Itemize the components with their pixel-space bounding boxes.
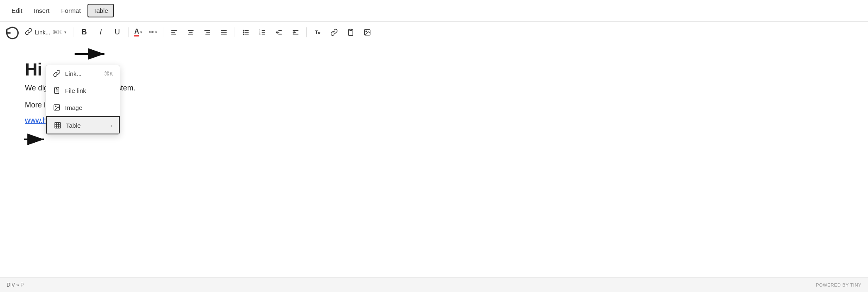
body-text: We digital whistleblowing system.	[25, 84, 843, 92]
highlight-icon: ✏	[149, 28, 154, 36]
menu-format[interactable]: Format	[56, 5, 86, 17]
svg-rect-43	[55, 122, 61, 128]
dropdown-item-link[interactable]: Link... ⌘K	[46, 65, 120, 82]
brand-label: POWERED BY TINY	[816, 282, 861, 287]
clipboard-button[interactable]	[343, 25, 358, 40]
align-right-button[interactable]	[200, 25, 215, 40]
dropdown-item-file-link[interactable]: File link	[46, 82, 120, 99]
dropdown-link-label: Link...	[65, 70, 100, 77]
link-shortcut: ⌘K	[53, 29, 62, 35]
align-left-button[interactable]	[167, 25, 182, 40]
dropdown-file-link-label: File link	[65, 87, 113, 94]
clear-format-button[interactable]	[310, 25, 325, 40]
editor-area[interactable]: Hi We digital whistleblowing system. Mor…	[0, 43, 868, 141]
svg-text:3: 3	[259, 33, 260, 35]
link-icon	[25, 28, 32, 36]
svg-point-12	[243, 30, 244, 31]
bullet-list-button[interactable]	[238, 25, 253, 40]
indent-button[interactable]	[288, 25, 303, 40]
link-dropdown-icon	[53, 69, 61, 78]
sep2	[128, 27, 129, 37]
dropdown-link-shortcut: ⌘K	[104, 71, 113, 77]
table-dropdown-icon	[53, 121, 62, 129]
outdent-button[interactable]	[272, 25, 286, 40]
svg-point-42	[55, 106, 56, 107]
font-color-button[interactable]: A ▾	[132, 25, 145, 40]
sep5	[306, 27, 307, 37]
link-dropdown-arrow: ▾	[64, 30, 66, 34]
menu-bar: Edit Insert Format Table	[0, 0, 868, 22]
image-dropdown-icon	[53, 103, 61, 112]
svg-point-16	[243, 34, 244, 34]
menu-insert[interactable]: Insert	[29, 5, 55, 17]
hyperlink-button[interactable]	[327, 25, 342, 40]
link-button[interactable]: Link... ⌘K ▾	[22, 25, 70, 40]
numbered-list-button[interactable]: 123	[255, 25, 270, 40]
dropdown-table-label: Table	[66, 122, 107, 129]
svg-point-14	[243, 32, 244, 32]
status-bar: DIV » P POWERED BY TINY	[0, 277, 868, 292]
dropdown-image-label: Image	[65, 104, 113, 111]
highlight-arrow: ▾	[155, 30, 157, 34]
bold-button[interactable]: B	[77, 25, 92, 40]
font-color-arrow: ▾	[140, 30, 142, 34]
svg-point-36	[366, 31, 366, 32]
sep3	[163, 27, 163, 37]
dropdown-item-table[interactable]: Table ›	[46, 116, 120, 134]
sep4	[235, 27, 235, 37]
breadcrumb: DIV » P	[7, 282, 24, 288]
app-container: Edit Insert Format Table Link... ⌘K ▾ B …	[0, 0, 868, 292]
highlight-color-button[interactable]: ✏ ▾	[146, 25, 160, 40]
align-center-button[interactable]	[183, 25, 198, 40]
heading: Hi	[25, 60, 843, 80]
menu-edit[interactable]: Edit	[7, 5, 27, 17]
italic-button[interactable]: I	[93, 25, 108, 40]
menu-table[interactable]: Table	[87, 4, 114, 17]
sep1	[73, 27, 73, 37]
insert-dropdown: Link... ⌘K File link Image	[46, 65, 120, 135]
toolbar: Link... ⌘K ▾ B I U A ▾ ✏ ▾	[0, 22, 868, 43]
image-button[interactable]	[360, 25, 375, 40]
align-justify-button[interactable]	[216, 25, 231, 40]
file-link-icon	[53, 86, 61, 95]
svg-rect-34	[349, 29, 352, 30]
editor-wrapper: Hi We digital whistleblowing system. Mor…	[0, 43, 868, 292]
underline-button[interactable]: U	[110, 25, 125, 40]
undo-button[interactable]	[5, 25, 20, 40]
font-color-icon: A	[134, 28, 139, 36]
link-label: Link...	[35, 29, 50, 36]
table-submenu-arrow: ›	[111, 122, 112, 129]
more-info-label: More information at:	[25, 101, 843, 110]
dropdown-item-image[interactable]: Image	[46, 99, 120, 116]
